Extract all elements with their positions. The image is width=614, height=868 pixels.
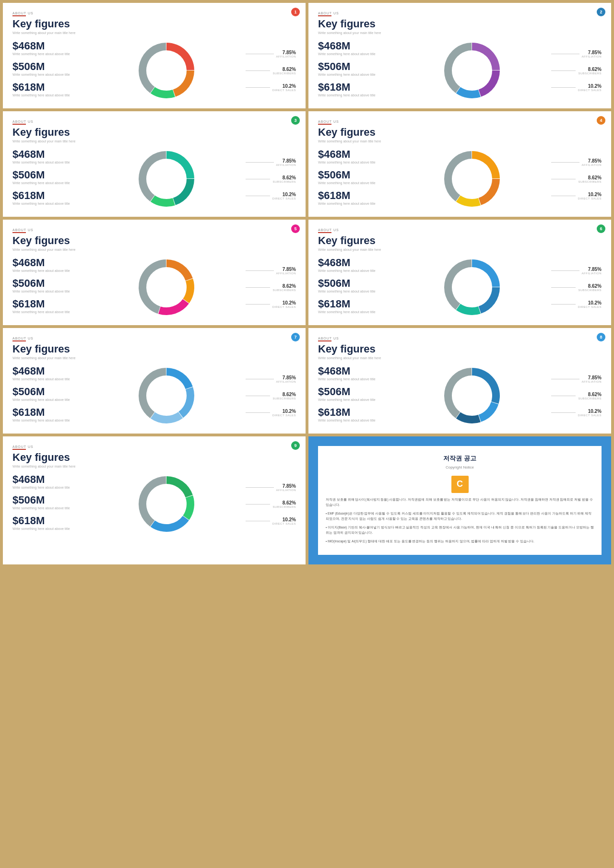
metric-item: $618M Write something here about above t… [12, 406, 89, 422]
legend-text: 7.85% AFFILIATION [276, 158, 296, 166]
metric-label: Write something here about above title [318, 161, 395, 164]
legend-pct: 8.62% [272, 283, 296, 289]
legend-item: 10.2% DIRECT SALES [246, 192, 296, 200]
metric-label: Write something here about above title [318, 94, 395, 97]
legend-pct: 7.85% [582, 50, 602, 55]
metric-item: $506M Write something here about above t… [12, 60, 89, 76]
legend-pct: 10.2% [272, 300, 296, 305]
metric-label: Write something here about above title [318, 398, 395, 401]
metric-label: Write something here about above title [12, 202, 89, 205]
legend-text: 10.2% DIRECT SALES [578, 300, 602, 308]
about-label: ABOUT US [318, 12, 602, 15]
legend-pct: 7.85% [276, 375, 296, 380]
about-label: ABOUT US [318, 120, 602, 123]
legend-item: 7.85% AFFILIATION [246, 50, 296, 58]
legend-line [246, 87, 270, 88]
legend-name: DIRECT SALES [272, 414, 296, 417]
metric-label: Write something here about above title [12, 161, 89, 164]
metric-item: $618M Write something here about above t… [12, 81, 89, 97]
metric-label: Write something here about above title [12, 527, 89, 530]
legend-item: 8.62% SUBSCRIBERS [246, 175, 296, 183]
slide-title: Key figures [12, 18, 296, 30]
legend-text: 8.62% SUBSCRIBERS [272, 175, 296, 183]
legend-item: 7.85% AFFILIATION [551, 158, 602, 166]
legend-item: 10.2% DIRECT SALES [551, 409, 602, 417]
metric-value: $506M [318, 386, 395, 398]
legend-name: AFFILIATION [582, 272, 602, 275]
legend-item: 7.85% AFFILIATION [246, 267, 296, 275]
slide-badge: 8 [597, 333, 605, 341]
metric-item: $506M Write something here about above t… [318, 386, 395, 401]
legend-text: 7.85% AFFILIATION [276, 267, 296, 275]
metrics-list: $468M Write something here about above t… [318, 257, 395, 318]
slide-8: 8ABOUT USKey figuresWrite something abou… [308, 328, 611, 434]
metric-value: $506M [318, 169, 395, 181]
legend-item: 8.62% SUBSCRIBERS [246, 283, 296, 292]
slide-subtitle: Write something about your main title he… [12, 248, 296, 251]
about-label: ABOUT US [12, 337, 296, 340]
accent-line [318, 124, 331, 125]
slide-content: $468M Write something here about above t… [318, 39, 602, 102]
legend-text: 8.62% SUBSCRIBERS [272, 392, 296, 400]
legend-item: 8.62% SUBSCRIBERS [246, 67, 296, 75]
legend-pct: 10.2% [272, 83, 296, 89]
legend-pct: 8.62% [578, 283, 602, 289]
metric-value: $468M [12, 473, 89, 486]
legend-text: 7.85% AFFILIATION [582, 375, 602, 383]
legend-text: 8.62% SUBSCRIBERS [578, 283, 602, 292]
metric-label: Write something here about above title [318, 181, 395, 185]
legend-pct: 7.85% [276, 483, 296, 489]
legend-item: 7.85% AFFILIATION [551, 375, 602, 383]
legend-name: AFFILIATION [276, 164, 296, 166]
slide-subtitle: Write something about your main title he… [12, 356, 296, 360]
legend-item: 7.85% AFFILIATION [246, 375, 296, 383]
chart-area [395, 39, 549, 102]
legend-pct: 10.2% [578, 409, 602, 414]
legend-line [246, 521, 270, 521]
legend-line [246, 412, 270, 413]
legend-item: 8.62% SUBSCRIBERS [551, 67, 602, 75]
copyright-subtitle: Copyright Notice [326, 465, 594, 471]
copyright-section: • IMO(Inscape) 및 AI(의무도) 형태에 대한 배포 또는 용도… [326, 539, 594, 544]
legend-area: 7.85% AFFILIATION 8.62% SUBSCRIBERS 10.2… [549, 375, 602, 417]
metric-item: $618M Write something here about above t… [318, 189, 395, 205]
accent-line [12, 340, 26, 341]
slide-6: 6ABOUT USKey figuresWrite something abou… [308, 220, 611, 325]
metric-value: $468M [12, 257, 89, 269]
metric-label: Write something here about above title [318, 73, 395, 76]
slide-subtitle: Write something about your main title he… [318, 248, 602, 251]
metric-item: $506M Write something here about above t… [12, 494, 89, 510]
legend-name: SUBSCRIBERS [272, 505, 296, 508]
legend-item: 10.2% DIRECT SALES [246, 409, 296, 417]
metric-item: $468M Write something here about above t… [12, 148, 89, 164]
about-label: ABOUT US [12, 12, 296, 15]
slide-4: 4ABOUT USKey figuresWrite something abou… [308, 111, 611, 217]
copyright-logo-box: C [451, 476, 469, 493]
metric-value: $618M [318, 298, 395, 310]
legend-item: 7.85% AFFILIATION [551, 267, 602, 275]
legend-pct: 7.85% [276, 50, 296, 55]
metric-label: Write something here about above title [318, 377, 395, 381]
metric-item: $506M Write something here about above t… [12, 277, 89, 293]
metric-item: $468M Write something here about above t… [318, 257, 395, 272]
legend-line [551, 287, 576, 288]
metric-label: Write something here about above title [12, 181, 89, 185]
legend-area: 7.85% AFFILIATION 8.62% SUBSCRIBERS 10.2… [243, 50, 296, 92]
legend-pct: 10.2% [578, 300, 602, 305]
legend-name: DIRECT SALES [272, 305, 296, 308]
slide-badge: 2 [597, 8, 605, 16]
metric-value: $618M [318, 189, 395, 202]
legend-pct: 10.2% [272, 192, 296, 197]
legend-name: DIRECT SALES [578, 89, 602, 92]
metric-item: $618M Write something here about above t… [318, 81, 395, 97]
legend-text: 10.2% DIRECT SALES [578, 192, 602, 200]
legend-pct: 8.62% [578, 392, 602, 397]
metric-item: $618M Write something here about above t… [318, 298, 395, 314]
legend-line [246, 396, 270, 396]
legend-name: DIRECT SALES [578, 305, 602, 308]
metric-value: $618M [12, 189, 89, 202]
metric-value: $506M [318, 60, 395, 73]
legend-line [246, 379, 274, 379]
legend-name: SUBSCRIBERS [272, 289, 296, 292]
accent-line [318, 15, 331, 16]
